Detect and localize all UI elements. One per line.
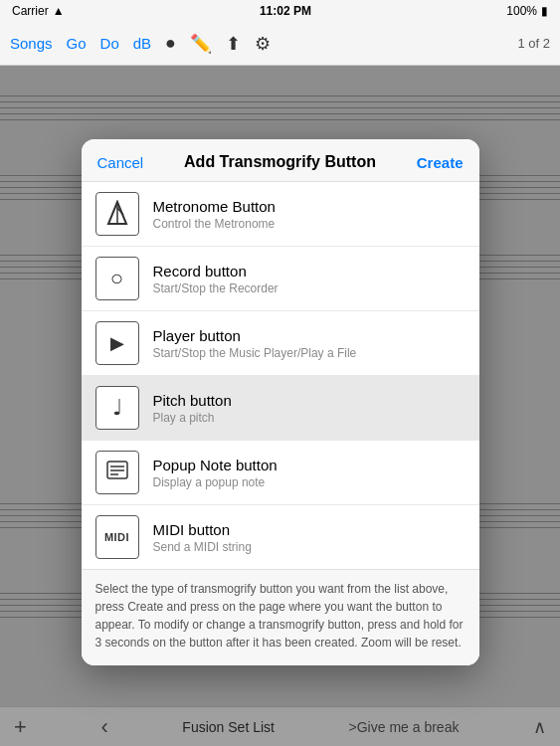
metronome-text: Metronome Button Control the Metronome <box>153 198 466 231</box>
go-button[interactable]: Go <box>67 35 87 52</box>
midi-title: MIDI button <box>153 521 466 538</box>
metronome-subtitle: Control the Metronome <box>153 217 466 231</box>
player-text: Player button Start/Stop the Music Playe… <box>153 327 466 360</box>
pitch-subtitle: Play a pitch <box>153 411 466 425</box>
midi-subtitle: Send a MIDI string <box>153 540 466 554</box>
player-item[interactable]: ▶ Player button Start/Stop the Music Pla… <box>82 311 479 376</box>
songs-button[interactable]: Songs <box>10 35 53 52</box>
dialog-footer: Select the type of transmogrify button y… <box>82 569 479 665</box>
play-icon: ▶ <box>110 332 124 354</box>
add-button-dialog: Cancel Add Transmogrify Button Create Me… <box>82 139 479 665</box>
share-icon[interactable]: ⬆ <box>226 33 241 55</box>
midi-icon-box: MIDI <box>95 515 139 559</box>
circle-icon: ● <box>165 33 176 54</box>
footer-text: Select the type of transmogrify button y… <box>95 582 464 650</box>
record-text: Record button Start/Stop the Recorder <box>153 263 466 295</box>
popup-text: Popup Note button Display a popup note <box>153 457 466 489</box>
battery-text: 100% <box>506 4 537 18</box>
popup-title: Popup Note button <box>153 457 466 473</box>
popup-subtitle: Display a popup note <box>153 475 466 489</box>
battery-icon: ▮ <box>541 4 548 18</box>
create-button[interactable]: Create <box>417 154 464 171</box>
status-bar: Carrier ▲ 11:02 PM 100% ▮ <box>0 0 560 22</box>
dialog-title: Add Transmogrify Button <box>184 153 376 171</box>
pitch-item[interactable]: ♩ Pitch button Play a pitch <box>82 376 479 441</box>
pitch-icon-box: ♩ <box>95 386 139 430</box>
carrier-text: Carrier <box>12 4 49 18</box>
record-item[interactable]: ○ Record button Start/Stop the Recorder <box>82 247 479 311</box>
status-left: Carrier ▲ <box>12 4 65 18</box>
record-icon: ○ <box>110 266 123 291</box>
record-subtitle: Start/Stop the Recorder <box>153 281 466 295</box>
popup-icon-box <box>95 451 139 494</box>
metronome-title: Metronome Button <box>153 198 466 215</box>
midi-item[interactable]: MIDI MIDI button Send a MIDI string <box>82 505 479 569</box>
pitch-text: Pitch button Play a pitch <box>153 392 466 425</box>
popup-icon <box>106 461 128 484</box>
cancel-button[interactable]: Cancel <box>97 154 144 171</box>
wifi-icon: ▲ <box>53 4 65 18</box>
status-right: 100% ▮ <box>506 4 548 18</box>
pencil-icon[interactable]: ✏️ <box>190 33 212 55</box>
status-time: 11:02 PM <box>260 4 311 18</box>
player-title: Player button <box>153 327 466 344</box>
pitch-icon: ♩ <box>112 395 122 421</box>
dialog-header: Cancel Add Transmogrify Button Create <box>82 139 479 182</box>
metronome-icon <box>106 200 128 228</box>
metronome-icon-box <box>95 192 139 236</box>
page-count: 1 of 2 <box>517 36 550 51</box>
toolbar: Songs Go Do dB ● ✏️ ⬆ ⚙ 1 of 2 <box>0 22 560 66</box>
player-subtitle: Start/Stop the Music Player/Play a File <box>153 346 466 360</box>
metronome-item[interactable]: Metronome Button Control the Metronome <box>82 182 479 247</box>
midi-icon: MIDI <box>104 531 129 543</box>
midi-text: MIDI button Send a MIDI string <box>153 521 466 554</box>
record-title: Record button <box>153 263 466 280</box>
player-icon-box: ▶ <box>95 321 139 365</box>
settings-icon[interactable]: ⚙ <box>255 33 271 55</box>
db-button[interactable]: dB <box>133 35 151 52</box>
pitch-title: Pitch button <box>153 392 466 409</box>
popup-item[interactable]: Popup Note button Display a popup note <box>82 441 479 505</box>
do-button[interactable]: Do <box>100 35 119 52</box>
record-icon-box: ○ <box>95 257 139 300</box>
